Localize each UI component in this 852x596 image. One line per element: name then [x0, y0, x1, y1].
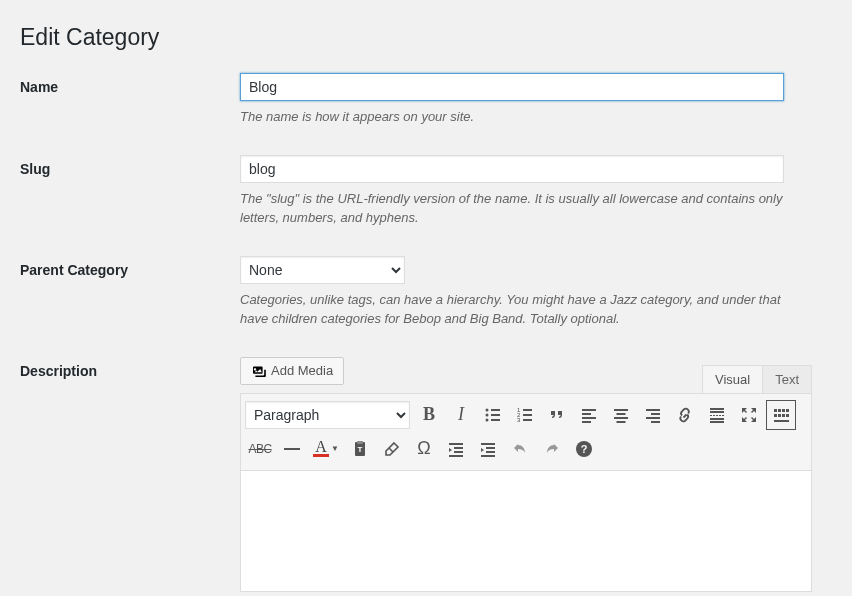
name-label: Name — [20, 73, 240, 95]
svg-rect-13 — [582, 413, 591, 415]
text-color-button[interactable]: A ▼ — [309, 434, 343, 464]
align-left-icon — [579, 405, 599, 425]
redo-icon — [542, 439, 562, 459]
editor-content[interactable] — [241, 471, 811, 591]
editor: Paragraph B I 123 ABC — [240, 393, 812, 592]
svg-rect-40 — [786, 414, 789, 417]
editor-toolbar: Paragraph B I 123 ABC — [241, 394, 811, 471]
row-name: Name The name is how it appears on your … — [20, 73, 832, 127]
svg-rect-18 — [614, 417, 628, 419]
fullscreen-button[interactable] — [734, 400, 764, 430]
row-slug: Slug The "slug" is the URL-friendly vers… — [20, 155, 832, 228]
align-center-button[interactable] — [606, 400, 636, 430]
blockquote-icon — [547, 405, 567, 425]
align-right-button[interactable] — [638, 400, 668, 430]
svg-rect-36 — [786, 409, 789, 412]
svg-rect-50 — [486, 447, 495, 449]
svg-rect-51 — [486, 451, 495, 453]
link-icon — [675, 405, 695, 425]
svg-text:T: T — [357, 445, 362, 454]
svg-point-2 — [486, 413, 489, 416]
bold-button[interactable]: B — [414, 400, 444, 430]
outdent-button[interactable] — [441, 434, 471, 464]
svg-rect-25 — [710, 411, 724, 413]
svg-rect-26 — [710, 415, 712, 416]
redo-button[interactable] — [537, 434, 567, 464]
svg-rect-47 — [454, 451, 463, 453]
row-description: Description Add Media Visual Text Paragr… — [20, 357, 832, 592]
align-left-button[interactable] — [574, 400, 604, 430]
chevron-down-icon: ▼ — [331, 444, 339, 453]
numbered-list-button[interactable]: 123 — [510, 400, 540, 430]
indent-button[interactable] — [473, 434, 503, 464]
text-color-icon: A — [313, 440, 329, 457]
italic-button[interactable]: I — [446, 400, 476, 430]
hr-button[interactable] — [277, 434, 307, 464]
parent-help: Categories, unlike tags, can have a hier… — [240, 290, 784, 329]
svg-rect-48 — [449, 455, 463, 457]
svg-rect-46 — [454, 447, 463, 449]
read-more-icon — [707, 405, 727, 425]
svg-rect-24 — [710, 408, 724, 410]
name-help: The name is how it appears on your site. — [240, 107, 784, 127]
toolbar-toggle-button[interactable] — [766, 400, 796, 430]
svg-rect-17 — [617, 413, 626, 415]
undo-icon — [510, 439, 530, 459]
slug-input[interactable] — [240, 155, 784, 183]
align-right-icon — [643, 405, 663, 425]
slug-label: Slug — [20, 155, 240, 177]
help-button[interactable]: ? — [569, 434, 599, 464]
svg-rect-35 — [782, 409, 785, 412]
svg-rect-30 — [722, 415, 724, 416]
strikethrough-button[interactable]: ABC — [245, 434, 275, 464]
fullscreen-icon — [739, 405, 759, 425]
svg-rect-5 — [491, 419, 500, 421]
eraser-icon — [382, 439, 402, 459]
toolbar-toggle-icon — [771, 405, 791, 425]
svg-rect-19 — [617, 421, 626, 423]
clipboard-icon: T — [350, 439, 370, 459]
svg-point-0 — [486, 408, 489, 411]
parent-select[interactable]: None — [240, 256, 405, 284]
svg-rect-7 — [523, 409, 532, 411]
svg-text:?: ? — [581, 443, 588, 455]
read-more-button[interactable] — [702, 400, 732, 430]
slug-help: The "slug" is the URL-friendly version o… — [240, 189, 784, 228]
tab-visual[interactable]: Visual — [702, 365, 763, 393]
row-parent: Parent Category None Categories, unlike … — [20, 256, 832, 329]
link-button[interactable] — [670, 400, 700, 430]
svg-rect-29 — [719, 415, 721, 416]
add-media-button[interactable]: Add Media — [240, 357, 344, 385]
align-center-icon — [611, 405, 631, 425]
special-char-button[interactable]: Ω — [409, 434, 439, 464]
svg-rect-33 — [774, 409, 777, 412]
svg-rect-12 — [582, 409, 596, 411]
svg-rect-49 — [481, 443, 495, 445]
svg-rect-28 — [716, 415, 718, 416]
svg-rect-32 — [710, 421, 724, 423]
bullet-list-icon — [483, 405, 503, 425]
hr-icon — [284, 448, 300, 450]
media-icon — [251, 363, 267, 379]
svg-rect-41 — [774, 420, 789, 422]
svg-rect-1 — [491, 409, 500, 411]
svg-rect-45 — [449, 443, 463, 445]
clear-formatting-button[interactable] — [377, 434, 407, 464]
help-icon: ? — [574, 439, 594, 459]
blockquote-button[interactable] — [542, 400, 572, 430]
paste-text-button[interactable]: T — [345, 434, 375, 464]
svg-rect-21 — [651, 413, 660, 415]
omega-icon: Ω — [417, 438, 430, 459]
svg-rect-43 — [357, 441, 363, 444]
bullet-list-button[interactable] — [478, 400, 508, 430]
tab-text[interactable]: Text — [762, 365, 812, 393]
undo-button[interactable] — [505, 434, 535, 464]
svg-rect-37 — [774, 414, 777, 417]
svg-rect-16 — [614, 409, 628, 411]
svg-rect-22 — [646, 417, 660, 419]
svg-rect-38 — [778, 414, 781, 417]
svg-rect-14 — [582, 417, 596, 419]
format-select[interactable]: Paragraph — [245, 401, 410, 429]
svg-point-4 — [486, 418, 489, 421]
name-input[interactable] — [240, 73, 784, 101]
